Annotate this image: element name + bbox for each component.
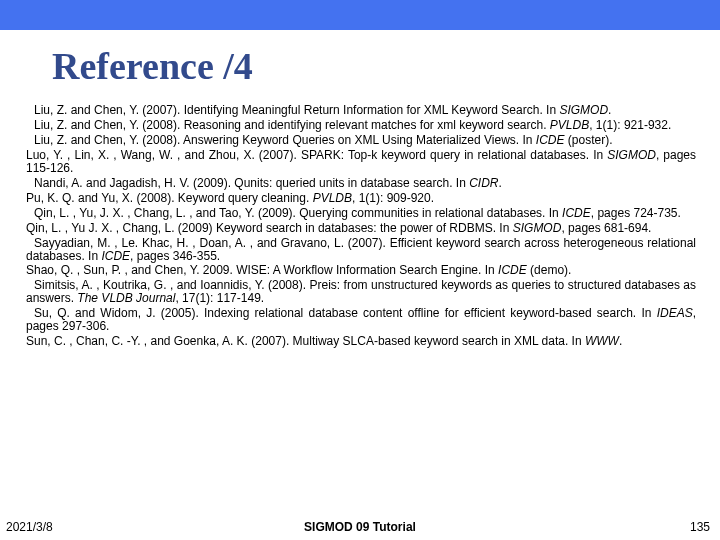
reference-text: , pages 724-735.: [591, 206, 681, 220]
title-bar: [0, 0, 720, 30]
reference-item: Liu, Z. and Chen, Y. (2008). Reasoning a…: [26, 119, 696, 132]
reference-text: Luo, Y. , Lin, X. , Wang, W. , and Zhou,…: [26, 148, 607, 162]
reference-venue: ICDE: [536, 133, 565, 147]
reference-item: Su, Q. and Widom, J. (2005). Indexing re…: [26, 307, 696, 333]
reference-text: Liu, Z. and Chen, Y. (2008). Reasoning a…: [34, 118, 550, 132]
reference-text: Liu, Z. and Chen, Y. (2008). Answering K…: [34, 133, 536, 147]
reference-item: Pu, K. Q. and Yu, X. (2008). Keyword que…: [26, 192, 696, 205]
reference-venue: SIGMOD: [607, 148, 656, 162]
reference-item: Qin, L. , Yu, J. X. , Chang, L. , and Ta…: [26, 207, 696, 220]
slide: Reference /4 Liu, Z. and Chen, Y. (2007)…: [0, 0, 720, 540]
reference-text: Liu, Z. and Chen, Y. (2007). Identifying…: [34, 103, 559, 117]
reference-text: Shao, Q. , Sun, P. , and Chen, Y. 2009. …: [26, 263, 498, 277]
reference-text: , pages 346-355.: [130, 249, 220, 263]
reference-text: Pu, K. Q. and Yu, X. (2008). Keyword que…: [26, 191, 313, 205]
reference-text: (demo).: [527, 263, 572, 277]
reference-item: Luo, Y. , Lin, X. , Wang, W. , and Zhou,…: [26, 149, 696, 175]
reference-item: Nandi, A. and Jagadish, H. V. (2009). Qu…: [26, 177, 696, 190]
reference-text: Qin, L. , Yu J. X. , Chang, L. (2009) Ke…: [26, 221, 513, 235]
reference-venue: CIDR: [469, 176, 498, 190]
reference-text: Sun, C. , Chan, C. -Y. , and Goenka, A. …: [26, 334, 585, 348]
reference-venue: The VLDB Journal: [77, 291, 175, 305]
reference-venue: SIGMOD: [513, 221, 562, 235]
reference-text: .: [499, 176, 502, 190]
reference-item: Liu, Z. and Chen, Y. (2008). Answering K…: [26, 134, 696, 147]
reference-text: .: [608, 103, 611, 117]
reference-list: Liu, Z. and Chen, Y. (2007). Identifying…: [0, 98, 720, 348]
reference-item: Liu, Z. and Chen, Y. (2007). Identifying…: [26, 104, 696, 117]
footer-page: 135: [690, 520, 710, 534]
reference-venue: ICDE: [101, 249, 130, 263]
reference-text: Nandi, A. and Jagadish, H. V. (2009). Qu…: [34, 176, 469, 190]
reference-text: Su, Q. and Widom, J. (2005). Indexing re…: [34, 306, 657, 320]
reference-item: Shao, Q. , Sun, P. , and Chen, Y. 2009. …: [26, 264, 696, 277]
reference-item: Simitsis, A. , Koutrika, G. , and Ioanni…: [26, 279, 696, 305]
reference-text: (poster).: [565, 133, 613, 147]
reference-text: , 17(1): 117-149.: [175, 291, 264, 305]
reference-venue: WWW: [585, 334, 619, 348]
reference-text: .: [619, 334, 622, 348]
reference-venue: IDEAS: [657, 306, 693, 320]
reference-text: Qin, L. , Yu, J. X. , Chang, L. , and Ta…: [34, 206, 562, 220]
reference-venue: ICDE: [498, 263, 527, 277]
reference-venue: PVLDB: [313, 191, 352, 205]
reference-item: Qin, L. , Yu J. X. , Chang, L. (2009) Ke…: [26, 222, 696, 235]
reference-item: Sun, C. , Chan, C. -Y. , and Goenka, A. …: [26, 335, 696, 348]
reference-venue: SIGMOD: [559, 103, 608, 117]
reference-venue: PVLDB: [550, 118, 589, 132]
reference-text: , pages 681-694.: [561, 221, 651, 235]
reference-text: , 1(1): 921-932.: [589, 118, 671, 132]
footer-center: SIGMOD 09 Tutorial: [0, 520, 720, 534]
slide-title: Reference /4: [0, 30, 720, 98]
reference-text: , 1(1): 909-920.: [352, 191, 434, 205]
reference-venue: ICDE: [562, 206, 591, 220]
reference-item: Sayyadian, M. , Le. Khac, H. , Doan, A. …: [26, 237, 696, 263]
